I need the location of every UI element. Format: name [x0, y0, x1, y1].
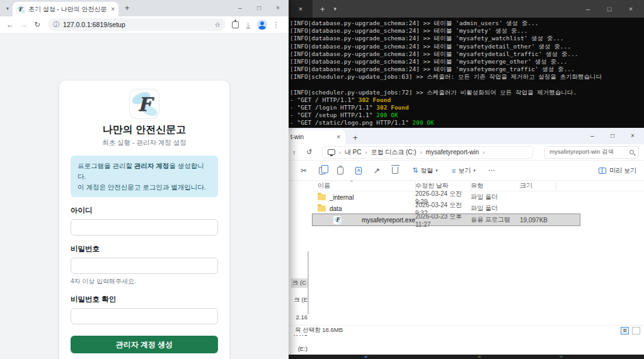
id-input[interactable]	[71, 219, 218, 236]
close-icon[interactable]: ×	[620, 0, 641, 18]
log-line: [INFO|database.py-upgrade_schema:24] >> …	[290, 27, 644, 35]
download-icon[interactable]: ↓	[246, 21, 250, 28]
crumb-separator: ›	[483, 149, 485, 156]
file-explorer-window: t-win × + – □ × ↑ ↻ › 내 PC › 로컬 디스크 (C:)…	[289, 128, 644, 355]
extensions-icon[interactable]	[232, 21, 239, 28]
tab-title: 초기 설정 - 나만의 안전신문고	[28, 5, 107, 14]
more-button[interactable]: ⋯	[488, 166, 496, 174]
breadcrumb[interactable]: › 내 PC › 로컬 디스크 (C:) › mysafetyreport-wi…	[322, 146, 533, 159]
taskbar[interactable]	[289, 355, 644, 359]
explorer-toolbar: ✂ A ↗ ⇅ 정렬 ▾ ≡ 보기 ▾ ⋯ 미리 보기	[289, 161, 644, 181]
details-view-toggle[interactable]: ≣	[621, 327, 629, 334]
copy-icon[interactable]	[319, 167, 325, 174]
search-icon	[630, 150, 634, 154]
this-pc-icon	[328, 149, 335, 155]
nav-pane-scrollbar[interactable]	[308, 251, 309, 314]
address-bar[interactable]: ⓘ 127.0.0.1:6819/setup ☆	[48, 18, 226, 31]
back-icon[interactable]: ←	[6, 20, 14, 29]
paste-icon[interactable]	[337, 167, 343, 174]
breadcrumb-folder[interactable]: mysafetyreport-win	[426, 149, 479, 156]
sort-button[interactable]: ⇅ 정렬 ▾	[412, 166, 438, 175]
browser-tab[interactable]: F 초기 설정 - 나만의 안전신문고 ×	[13, 2, 118, 16]
bookmark-star-icon[interactable]: ☆	[214, 21, 221, 29]
browser-menu-icon[interactable]: ⋮	[273, 21, 280, 29]
maximize-icon[interactable]: □	[602, 128, 623, 143]
new-tab-icon[interactable]: +	[353, 133, 358, 142]
sort-ascending-icon: ^	[350, 179, 353, 185]
thumbnail-view-toggle[interactable]	[632, 327, 640, 334]
file-row-selected[interactable]: F mysafetyreport.exe 2026-03-23 오후 11:27…	[313, 214, 580, 225]
up-icon[interactable]: ↑	[292, 149, 296, 156]
nav-item-fragment[interactable]: 2.16	[296, 314, 308, 321]
password-label: 비밀번호	[71, 244, 218, 254]
nav-item-fragment[interactable]: (E:)	[298, 345, 308, 352]
terminal-window: × + ▾ – □ × [INFO|database.py-upgrade_sc…	[289, 0, 644, 128]
cut-icon[interactable]: ✂	[301, 166, 307, 175]
refresh-icon[interactable]: ↻	[306, 148, 312, 156]
forward-icon[interactable]: →	[20, 20, 28, 29]
file-type: 파일 폴더	[471, 193, 520, 202]
close-icon[interactable]: ×	[268, 0, 287, 15]
nav-item-fragment[interactable]: 크 (E	[294, 296, 308, 304]
profile-avatar[interactable]	[257, 20, 267, 30]
rename-icon[interactable]: A	[355, 167, 362, 174]
tab-close-icon[interactable]: ×	[111, 6, 115, 13]
terminal-output: [INFO|database.py-upgrade_schema:24] >> …	[289, 18, 644, 127]
log-line: [INFO|database.py-upgrade_schema:24] >> …	[290, 43, 644, 50]
taskbar-app-sliver	[364, 356, 367, 358]
http-log-line: - "GET / HTTP/1.1" 302 Found	[290, 96, 644, 104]
minimize-icon[interactable]: –	[582, 128, 602, 143]
app-exe-icon: F	[333, 216, 342, 224]
nav-item-fragment[interactable]: 크 (C	[291, 278, 308, 288]
id-label: 아이디	[71, 206, 218, 215]
breadcrumb-local-disk[interactable]: 로컬 디스크 (C:)	[371, 148, 416, 157]
page-subtitle: 최초 실행 - 관리자 계정 설정	[71, 139, 218, 147]
column-header-type[interactable]: 유형	[471, 181, 520, 190]
new-tab-icon[interactable]: +	[320, 4, 325, 14]
explorer-tab[interactable]: t-win ×	[289, 130, 345, 144]
setup-page: F 나만의 안전신문고 최초 실행 - 관리자 계정 설정 프로그램을 관리할 …	[0, 33, 289, 359]
site-info-icon[interactable]: ⓘ	[53, 20, 59, 29]
chevron-down-icon: ▾	[435, 168, 438, 173]
http-log-line: - "GET /static/logo.png HTTP/1.1" 200 OK	[290, 119, 644, 127]
chevron-down-icon: ▾	[473, 168, 476, 173]
tab-close-icon[interactable]: ×	[299, 5, 302, 13]
sort-icon: ⇅	[412, 166, 418, 174]
preview-pane-icon	[599, 168, 606, 174]
password-confirm-input[interactable]	[71, 308, 218, 324]
password-helper: 4자 이상 입력해주세요.	[71, 277, 218, 286]
breadcrumb-my-pc[interactable]: 내 PC	[345, 148, 362, 157]
log-line: [INFO|database.py-upgrade_schema:24] >> …	[290, 58, 644, 66]
view-button[interactable]: ≡ 보기 ▾	[452, 166, 476, 175]
column-header-size[interactable]: 크기	[520, 181, 554, 190]
explorer-search-input[interactable]: mysafetyreport-win 검색	[544, 146, 639, 159]
maximize-icon[interactable]: □	[599, 0, 620, 18]
minimize-icon[interactable]: –	[231, 0, 250, 15]
log-line: [INFO|database.py-upgrade_schema:24] >> …	[290, 35, 644, 42]
log-line-blank	[290, 81, 644, 89]
share-icon[interactable]: ↗	[374, 166, 380, 175]
crumb-separator: ›	[420, 149, 422, 156]
close-icon[interactable]: ×	[623, 128, 643, 143]
page-title: 나만의 안전신문고	[71, 123, 218, 137]
column-header-name[interactable]: 이름 ^	[313, 181, 415, 190]
terminal-tab[interactable]: ×	[289, 0, 313, 18]
chevron-down-icon[interactable]: ▾	[334, 6, 337, 12]
explorer-nav-pane: 크 (C 크 (E 2.16 ₩₩1 (E:) lum	[289, 181, 310, 335]
preview-button[interactable]: 미리 보기	[599, 166, 636, 175]
setup-card: F 나만의 안전신문고 최초 실행 - 관리자 계정 설정 프로그램을 관리할 …	[59, 81, 229, 359]
password-input[interactable]	[71, 258, 218, 274]
view-lines-icon: ≡	[452, 167, 456, 174]
delete-icon[interactable]	[392, 167, 398, 174]
new-tab-icon[interactable]: +	[125, 3, 130, 13]
tab-search-chevron-icon[interactable]: ▾	[6, 6, 9, 11]
file-size: 19,097KB	[520, 217, 554, 224]
tab-close-icon[interactable]: ×	[336, 134, 340, 140]
maximize-icon[interactable]: □	[250, 0, 268, 15]
minimize-icon[interactable]: –	[577, 0, 599, 18]
reload-icon[interactable]: ↻	[34, 20, 40, 29]
create-admin-button[interactable]: 관리자 계정 생성	[71, 336, 218, 353]
browser-toolbar: ← → ↻ ⓘ 127.0.0.1:6819/setup ☆ ↓ ⋮	[0, 16, 289, 33]
log-line: [INFO|database.py-upgrade_schema:24] >> …	[290, 66, 644, 73]
file-name: data	[330, 205, 342, 212]
